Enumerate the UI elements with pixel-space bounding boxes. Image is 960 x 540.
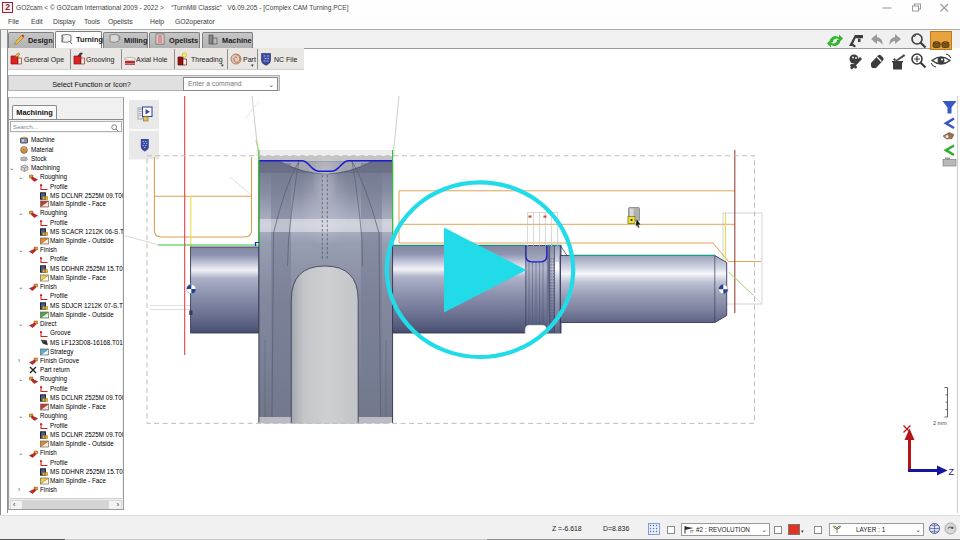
svg-text:Z: Z [949, 467, 955, 477]
svg-text:2 mm: 2 mm [933, 420, 947, 426]
